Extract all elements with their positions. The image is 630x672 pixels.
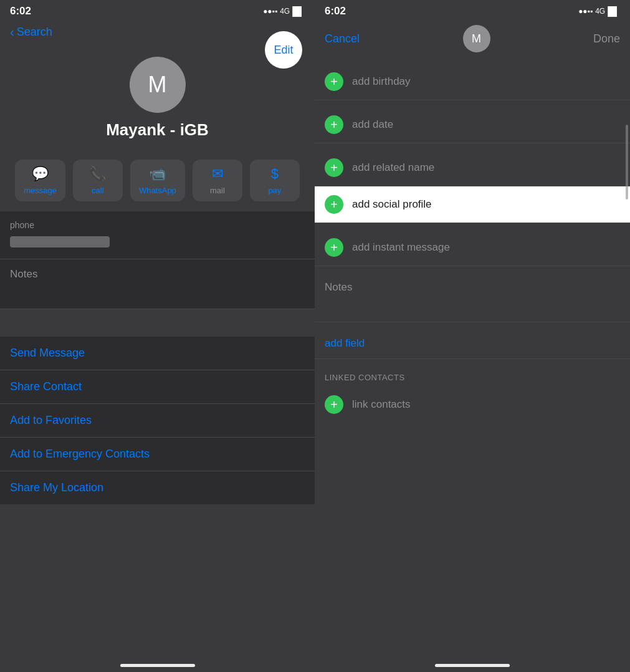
contact-avatar: M [130,57,186,113]
whatsapp-icon: 📹 [149,166,166,182]
add-social-profile-row[interactable]: + add social profile [315,186,630,223]
left-battery-icon: █▌ [292,6,305,16]
add-related-name-row[interactable]: + add related name [315,150,630,186]
mail-label: mail [210,186,225,195]
avatar-initial: M [148,72,167,98]
add-instant-message-icon: + [325,238,343,257]
add-related-name-icon: + [325,158,343,177]
left-status-bar: 6:02 ●●▪▪ 4G █▌ [0,0,315,20]
add-related-name-label: add related name [352,161,434,174]
scroll-indicator [626,125,628,199]
left-signal-icon: ●●▪▪ [263,7,277,16]
right-notes-section: Notes [315,272,630,322]
send-message-button[interactable]: Send Message [0,337,315,370]
add-emergency-contacts-button[interactable]: Add to Emergency Contacts [0,438,315,471]
back-button[interactable]: ‹ Search [10,25,52,39]
call-button[interactable]: 📞 call [73,160,123,201]
right-contact-avatar: M [463,25,490,52]
add-fields-list: + add birthday + add date + add related … [315,57,630,423]
phone-section: phone [0,211,315,259]
back-arrow-icon: ‹ [10,25,14,39]
right-time: 6:02 [325,5,346,17]
edit-button[interactable]: Edit [265,31,302,69]
link-section: Send Message Share Contact Add to Favori… [0,337,315,504]
link-contacts-icon: + [325,395,343,414]
notes-label: Notes [10,268,305,281]
message-button[interactable]: 💬 message [15,160,65,201]
link-contacts-row[interactable]: + link contacts [315,386,630,423]
pay-label: pay [268,186,281,195]
left-status-icons: ●●▪▪ 4G █▌ [263,6,305,16]
add-field-section[interactable]: add field [315,329,630,359]
add-birthday-label: add birthday [352,75,411,88]
add-field-label: add field [325,337,365,349]
right-notes-label: Notes [325,281,620,294]
share-location-button[interactable]: Share My Location [0,471,315,504]
add-date-icon: + [325,115,343,134]
mail-button[interactable]: ✉ mail [193,160,242,201]
add-date-label: add date [352,118,393,131]
link-contacts-label: link contacts [352,398,411,411]
right-home-indicator [435,664,510,667]
share-contact-button[interactable]: Share Contact [0,370,315,404]
right-status-icons: ●●▪▪ 4G █▌ [578,6,620,16]
add-date-row[interactable]: + add date [315,107,630,143]
home-indicator [120,664,195,667]
left-time: 6:02 [10,5,31,17]
cancel-button[interactable]: Cancel [325,32,360,46]
add-social-profile-icon: + [325,195,343,214]
whatsapp-label: WhatsApp [139,186,176,195]
right-status-bar: 6:02 ●●▪▪ 4G █▌ [315,0,630,20]
left-nav-bar: ‹ Search Edit [0,20,315,44]
right-signal-icon: ●●▪▪ [578,7,593,16]
mail-icon: ✉ [212,166,223,182]
add-birthday-icon: + [325,72,343,91]
add-social-profile-label: add social profile [352,198,432,211]
linked-contacts-header: LINKED CONTACTS [315,365,630,386]
right-avatar-initial: M [472,32,481,46]
pay-icon: $ [271,166,279,182]
action-buttons-row: 💬 message 📞 call 📹 WhatsApp ✉ mail $ pay [0,150,315,211]
right-network-icon: 4G [595,7,605,16]
right-battery-icon: █▌ [608,6,620,16]
phone-number-blurred [10,236,110,247]
message-icon: 💬 [32,166,49,182]
done-button[interactable]: Done [593,32,620,46]
call-icon: 📞 [89,166,106,182]
right-nav-bar: Cancel M Done [315,20,630,57]
add-to-favorites-button[interactable]: Add to Favorites [0,404,315,438]
add-instant-message-row[interactable]: + add instant message [315,229,630,266]
message-label: message [24,186,57,195]
contact-name: Mayank - iGB [106,120,209,140]
add-instant-message-label: add instant message [352,241,450,254]
add-birthday-row[interactable]: + add birthday [315,64,630,100]
left-panel: 6:02 ●●▪▪ 4G █▌ ‹ Search Edit M Mayank -… [0,0,315,672]
pay-button[interactable]: $ pay [250,160,300,201]
whatsapp-button[interactable]: 📹 WhatsApp [130,160,185,201]
phone-label: phone [10,220,305,230]
back-label: Search [17,26,52,39]
notes-section: Notes [0,259,315,309]
linked-contacts-title: LINKED CONTACTS [325,373,405,382]
right-panel: 6:02 ●●▪▪ 4G █▌ Cancel M Done + add birt… [315,0,630,672]
left-network-icon: 4G [280,7,290,16]
call-label: call [92,186,104,195]
